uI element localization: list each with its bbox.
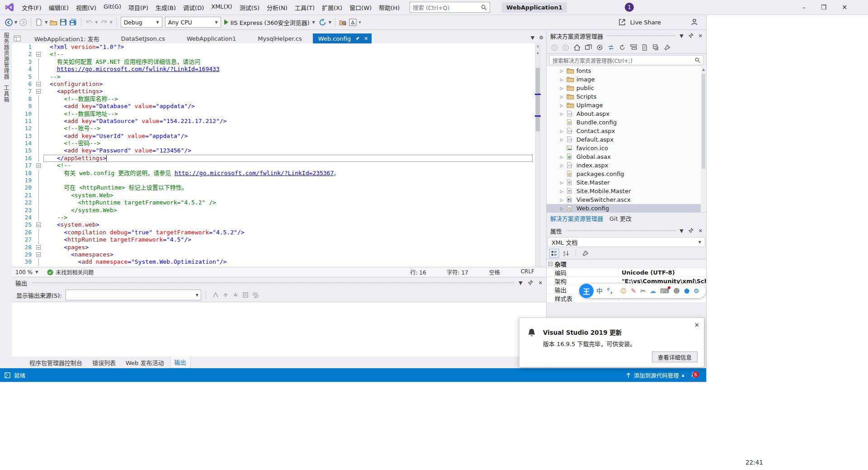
categorized-view-icon[interactable] <box>549 249 559 258</box>
find-message-icon[interactable] <box>211 290 221 299</box>
expander-icon[interactable]: ▷ <box>560 129 566 133</box>
code-line[interactable]: 28− <pages> <box>12 244 546 251</box>
menu-item[interactable]: 测试(S) <box>236 2 263 13</box>
fold-collapse-icon[interactable]: − <box>36 82 41 86</box>
tree-item-about-aspx[interactable]: ▷ <> About.aspx <box>547 109 706 118</box>
view-details-button[interactable]: 查看详细信息 <box>652 351 698 362</box>
panel-drag-grip[interactable] <box>32 282 514 284</box>
pin-icon[interactable] <box>355 36 360 41</box>
scrollbar-thumb[interactable] <box>536 68 540 131</box>
expander-icon[interactable]: ▷ <box>560 189 566 194</box>
code-line[interactable]: 24 --> <box>12 214 546 221</box>
navigate-back-icon[interactable] <box>4 18 13 27</box>
code-line[interactable]: 29− <namespaces> <box>12 251 546 258</box>
fold-collapse-icon[interactable]: − <box>36 252 41 257</box>
property-row[interactable]: 编码 Unicode (UTF-8) <box>547 268 706 277</box>
expander-icon[interactable]: ▷ <box>560 86 566 90</box>
window-position-icon[interactable]: ▼ <box>679 228 683 234</box>
window-position-icon[interactable]: ▼ <box>519 280 522 286</box>
panel-drag-grip[interactable] <box>607 35 676 37</box>
menu-item[interactable]: 生成(B) <box>152 2 179 13</box>
expander-icon[interactable]: ▷ <box>560 112 566 116</box>
code-editor[interactable]: 1<?xml version="1.0"?>2−<!--3 有关如何配置 ASP… <box>12 43 546 267</box>
tree-item-global-asax[interactable]: ▷ Global.asax <box>547 152 706 161</box>
split-window-grip[interactable]: ⬍ <box>535 43 541 50</box>
active-files-dropdown-icon[interactable]: ▼ <box>531 35 534 41</box>
open-file-icon[interactable] <box>49 18 58 27</box>
code-line[interactable]: 4 https://go.microsoft.com/fwlink/?LinkI… <box>12 66 546 73</box>
se-collapse-all-icon[interactable] <box>651 43 661 52</box>
code-line[interactable]: 20 可在 <httpRuntime> 标记上设置以下特性。 <box>12 184 546 191</box>
expander-icon[interactable]: ▷ <box>560 69 566 73</box>
property-pages-icon[interactable] <box>580 249 590 258</box>
code-line[interactable]: 11 <add key="DataSource" value="154.221.… <box>12 118 546 125</box>
close-panel-icon[interactable]: ✕ <box>538 280 542 286</box>
pin-icon[interactable] <box>689 33 693 39</box>
editor-scrollbar[interactable]: ⬍ ▲ <box>535 43 541 267</box>
menu-item[interactable]: 扩展(X) <box>318 2 346 13</box>
pin-icon[interactable] <box>689 228 693 234</box>
menu-item[interactable]: 帮助(H) <box>375 2 403 13</box>
panel-tab[interactable]: 输出 <box>170 356 191 368</box>
goto-next-message-icon[interactable] <box>231 290 241 299</box>
handwriting-pen-icon[interactable]: ✎ <box>631 288 637 294</box>
menu-item[interactable]: Git(G) <box>100 2 125 13</box>
code-line[interactable]: 10 <!--数据库地址--> <box>12 110 546 118</box>
menu-item[interactable]: 编辑(E) <box>45 2 72 13</box>
tool-window-tab[interactable]: Git 更改 <box>609 214 632 223</box>
menu-item[interactable]: 文件(F) <box>18 2 45 13</box>
chinese-mode-icon[interactable]: 中 <box>596 288 603 294</box>
document-tab-active[interactable]: Web.config ✕ <box>313 33 372 43</box>
code-line[interactable]: 14 <!--密码--> <box>12 140 546 147</box>
fold-collapse-icon[interactable]: − <box>36 163 41 168</box>
se-forward-icon[interactable] <box>561 43 571 52</box>
se-properties-icon[interactable] <box>662 43 672 52</box>
menu-item[interactable]: 窗口(W) <box>346 2 375 13</box>
tree-item-index-aspx[interactable]: ▷ <> index.aspx <box>547 161 706 170</box>
menu-item[interactable]: XML(X) <box>208 2 236 13</box>
server-explorer-vertical-tab[interactable]: 服务器资源管理器 <box>0 30 12 82</box>
code-line[interactable]: 19 <box>12 177 546 184</box>
toast-close-icon[interactable]: ✕ <box>694 322 699 328</box>
redo-caret[interactable]: ▼ <box>109 20 112 24</box>
scissors-icon[interactable]: ✂ <box>640 288 646 294</box>
expander-icon[interactable]: ▷ <box>560 138 566 142</box>
toolbox-vertical-tab[interactable]: 工具箱 <box>0 82 12 105</box>
send-feedback-icon[interactable] <box>691 19 698 26</box>
space-mode-indicator[interactable]: 空格 <box>489 268 500 276</box>
code-line[interactable]: 22 <httpRuntime targetFramework="4.5.2" … <box>12 199 546 206</box>
code-line[interactable]: 13 <add key="UserId" value="appdata"/> <box>12 133 546 140</box>
browse-with-icon[interactable] <box>349 18 358 27</box>
document-tab[interactable]: WebApplication1: 发布 <box>24 33 110 43</box>
code-line[interactable]: 1<?xml version="1.0"?> <box>12 43 546 51</box>
se-show-all-files-icon[interactable] <box>640 43 650 52</box>
property-category-row[interactable]: − 杂项 <box>547 260 706 268</box>
window-options-icon[interactable]: ⚙ <box>539 35 543 41</box>
document-tab[interactable]: DataSetJson.cs <box>110 33 176 43</box>
ime-logo-icon[interactable]: 王 <box>579 284 594 298</box>
solution-config-dropdown[interactable]: Debug▼ <box>121 17 162 28</box>
document-tab[interactable]: WebApplication1 <box>176 33 247 43</box>
document-tab[interactable]: MysqlHelper.cs <box>247 33 312 43</box>
notifications-bell[interactable]: 6 <box>691 370 701 380</box>
clear-all-icon[interactable] <box>241 290 250 299</box>
menu-item[interactable]: 分析(N) <box>263 2 291 13</box>
code-line[interactable]: 3 有关如何配置 ASP.NET 应用程序的详细信息，请访问 <box>12 58 546 66</box>
expander-icon[interactable]: ▷ <box>560 103 566 108</box>
close-button[interactable]: ✕ <box>842 4 847 11</box>
emoji-icon[interactable]: ☺ <box>620 288 627 294</box>
code-line[interactable]: 26 <compilation debug="true" targetFrame… <box>12 229 546 236</box>
alphabetical-sort-icon[interactable]: AZ <box>561 249 571 258</box>
tree-item-packages-config[interactable]: packages.config <box>547 170 706 178</box>
undo-icon[interactable] <box>85 18 94 27</box>
run-caret[interactable]: ▼ <box>312 20 315 24</box>
output-content[interactable] <box>12 302 546 356</box>
gear-icon[interactable]: ⚙ <box>693 288 699 294</box>
expander-icon[interactable]: ▷ <box>560 180 566 185</box>
save-all-icon[interactable] <box>69 18 78 27</box>
solution-explorer-search[interactable]: 搜索解决方案资源管理器(Ctrl+;) <box>549 55 703 65</box>
line-ending-indicator[interactable]: CRLF <box>521 268 534 276</box>
tree-item-web-config[interactable]: ▷ Web.config <box>547 204 706 212</box>
tree-item-public[interactable]: ▷ public <box>547 84 706 92</box>
document-health-indicator[interactable]: 未找到相关问题 <box>47 268 94 276</box>
